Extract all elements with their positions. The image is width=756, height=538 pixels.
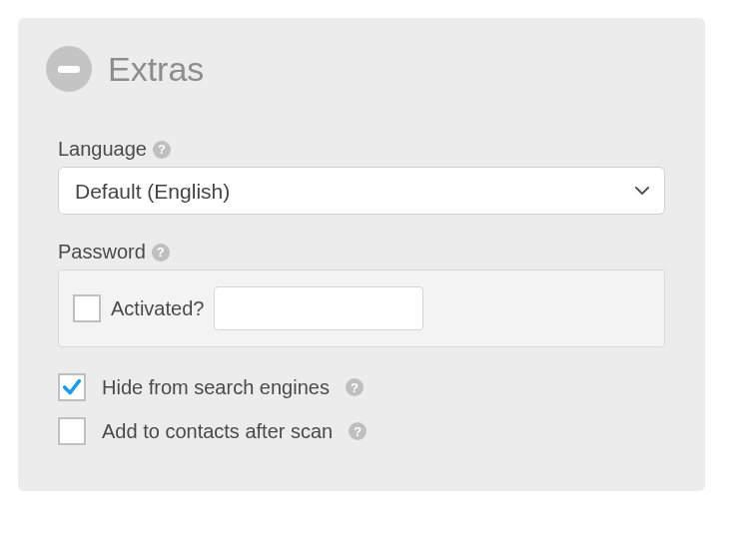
extras-panel: Extras Language ? Default (English) Pass… [18, 18, 705, 491]
help-icon[interactable]: ? [346, 378, 364, 396]
help-icon[interactable]: ? [153, 141, 171, 159]
activated-checkbox[interactable] [73, 294, 101, 322]
password-label: Password [58, 241, 146, 264]
add-to-contacts-label: Add to contacts after scan [102, 420, 333, 443]
language-select-wrap: Default (English) [58, 167, 665, 215]
password-box: Activated? [58, 269, 665, 347]
panel-header: Extras [18, 18, 705, 102]
help-icon[interactable]: ? [152, 244, 170, 262]
password-input[interactable] [214, 286, 423, 330]
hide-from-search-label: Hide from search engines [102, 376, 330, 399]
hide-from-search-row: Hide from search engines ? [58, 373, 665, 401]
collapse-toggle[interactable] [46, 46, 92, 92]
language-select[interactable]: Default (English) [58, 167, 665, 215]
password-group: Password ? Activated? [58, 241, 665, 347]
panel-title: Extras [108, 50, 204, 89]
hide-from-search-checkbox[interactable] [58, 373, 86, 401]
language-label: Language [58, 138, 147, 161]
language-group: Language ? Default (English) [58, 138, 665, 215]
minus-icon [58, 66, 80, 73]
add-to-contacts-checkbox[interactable] [58, 417, 86, 445]
activated-label: Activated? [111, 297, 204, 320]
panel-body: Language ? Default (English) Password ? [18, 102, 705, 445]
add-to-contacts-row: Add to contacts after scan ? [58, 417, 665, 445]
help-icon[interactable]: ? [349, 422, 367, 440]
